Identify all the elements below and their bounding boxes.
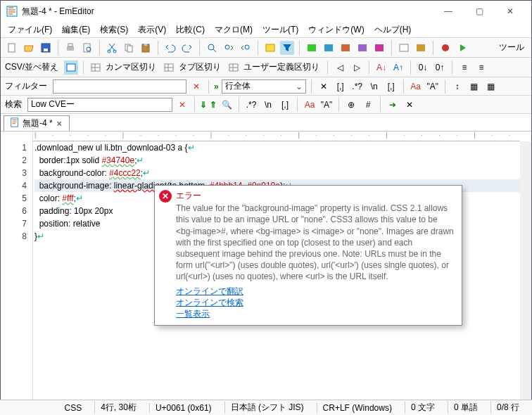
f-more1-icon[interactable]: ↕: [450, 79, 464, 94]
print-icon[interactable]: [63, 41, 77, 55]
svg-rect-18: [308, 44, 316, 51]
panel5-icon[interactable]: [372, 41, 386, 55]
f-ab-icon[interactable]: "A": [426, 79, 440, 94]
status-eol[interactable]: CR+LF (Windows): [317, 403, 398, 413]
minimize-button[interactable]: ―: [433, 1, 464, 22]
search-input[interactable]: [27, 98, 172, 112]
svg-rect-24: [417, 44, 425, 51]
svg-rect-5: [68, 44, 72, 46]
f-more2-icon[interactable]: ▦: [467, 79, 481, 94]
status-code: U+0061 (0x61): [149, 403, 217, 413]
line-number: 4: [1, 179, 27, 192]
s-replace-icon[interactable]: ➜: [386, 98, 400, 112]
menu-edit[interactable]: 編集(E): [62, 24, 90, 36]
code-area[interactable]: .download_new ul li.btn_download-03 a {↵…: [33, 132, 531, 402]
tooltip-link-list[interactable]: 一覧表示: [176, 308, 455, 319]
play-icon[interactable]: [455, 41, 469, 55]
normal-mode-icon[interactable]: [64, 60, 78, 75]
s-opt3-icon[interactable]: [,]: [278, 98, 292, 112]
search-down-icon[interactable]: ⇓: [200, 100, 207, 110]
tool-b-icon[interactable]: [414, 41, 428, 55]
tooltip-link-search[interactable]: オンラインで検索: [176, 297, 455, 308]
record-icon[interactable]: [438, 41, 452, 55]
panel4-icon[interactable]: [355, 41, 369, 55]
s-close-icon[interactable]: ✕: [403, 98, 417, 112]
redo-icon[interactable]: [180, 41, 194, 55]
filter-toggle-icon[interactable]: [280, 41, 294, 55]
maximize-button[interactable]: ▢: [464, 1, 495, 22]
svg-rect-26: [67, 64, 75, 71]
paste-icon[interactable]: [139, 41, 153, 55]
save-icon[interactable]: [39, 41, 53, 55]
menu-compare[interactable]: 比較(C): [176, 24, 205, 36]
s-count-icon[interactable]: #: [361, 98, 375, 112]
s-aa-icon[interactable]: Aa: [303, 98, 317, 112]
line-number: 6: [1, 205, 27, 217]
filter-scope-combo[interactable]: 行全体 ⌄: [222, 79, 306, 94]
svg-rect-23: [400, 44, 408, 51]
status-enc[interactable]: 日本語 (シフト JIS): [224, 402, 310, 414]
s-ab-icon[interactable]: "A": [319, 98, 334, 112]
open-icon[interactable]: [22, 41, 36, 55]
comma-label[interactable]: カンマ区切り: [106, 61, 156, 73]
find-next-icon[interactable]: [239, 41, 253, 55]
panel2-icon[interactable]: [322, 41, 336, 55]
undo-icon[interactable]: [163, 41, 177, 55]
menu-file[interactable]: ファイル(F): [8, 24, 52, 36]
f-opt5-icon[interactable]: [,]: [384, 79, 398, 94]
s-opt2-icon[interactable]: \n: [261, 98, 275, 112]
menu-help[interactable]: ヘルプ(H): [374, 24, 412, 36]
f-opt3-icon[interactable]: .*?: [350, 79, 365, 94]
f-opt2-icon[interactable]: [,]: [334, 79, 348, 94]
app-icon: [6, 6, 18, 17]
panel1-icon[interactable]: [305, 41, 319, 55]
cut-icon[interactable]: [105, 41, 119, 55]
user-label[interactable]: ユーザー定義区切り: [243, 61, 319, 73]
find-icon[interactable]: [205, 41, 219, 55]
tab-label[interactable]: タブ区切り: [179, 61, 221, 73]
menu-view[interactable]: 表示(V): [138, 24, 166, 36]
menu-window[interactable]: ウィンドウ(W): [308, 24, 364, 36]
editor[interactable]: | · · · · | · · · · | · · · · | · · · · …: [1, 132, 531, 402]
filter-clear-icon[interactable]: ✕: [189, 79, 203, 94]
tab-icon[interactable]: [162, 60, 176, 75]
tab-close-icon[interactable]: ×: [56, 119, 63, 129]
menu-macro[interactable]: マクロ(M): [215, 24, 253, 36]
filter-go-icon[interactable]: »: [214, 82, 219, 91]
sort-az-icon[interactable]: A↓: [374, 60, 388, 75]
f-opt1-icon[interactable]: ✕: [317, 79, 331, 94]
preview-icon[interactable]: [80, 41, 94, 55]
s-opt1-icon[interactable]: .*?: [244, 98, 258, 112]
align-r-icon[interactable]: ≡: [474, 60, 488, 75]
tooltip-link-translate[interactable]: オンラインで翻訳: [176, 286, 455, 297]
comma-icon[interactable]: [89, 60, 103, 75]
sort-num-desc-icon[interactable]: 0↑: [433, 60, 447, 75]
search-all-icon[interactable]: 🔍: [220, 98, 234, 112]
user-icon[interactable]: [227, 60, 241, 75]
f-opt4-icon[interactable]: \n: [367, 79, 381, 94]
scrollbar-vertical[interactable]: [520, 141, 531, 402]
s-wrap-icon[interactable]: ⊕: [344, 98, 358, 112]
tool-a-icon[interactable]: [397, 41, 411, 55]
menu-search[interactable]: 検索(S): [100, 24, 128, 36]
sort-za-icon[interactable]: A↑: [391, 60, 405, 75]
find-prev-icon[interactable]: [222, 41, 236, 55]
search-clear-icon[interactable]: ✕: [175, 98, 189, 112]
copy-icon[interactable]: [122, 41, 136, 55]
filter-input[interactable]: [53, 79, 186, 94]
document-tab[interactable]: 無題-4 * ×: [4, 115, 70, 131]
col-right-icon[interactable]: ▷: [350, 60, 364, 75]
new-icon[interactable]: [5, 41, 19, 55]
f-more3-icon[interactable]: ▦: [484, 79, 498, 94]
f-aa-icon[interactable]: Aa: [409, 79, 423, 94]
side-label[interactable]: ツール: [499, 42, 524, 53]
menu-tools[interactable]: ツール(T): [262, 24, 298, 36]
csv-sort-label[interactable]: CSV/並べ替え: [5, 61, 58, 73]
sort-num-asc-icon[interactable]: 0↓: [416, 60, 430, 75]
grep-icon[interactable]: [263, 41, 277, 55]
search-up-icon[interactable]: ⇑: [210, 100, 217, 110]
align-l-icon[interactable]: ≡: [457, 60, 471, 75]
col-left-icon[interactable]: ◁: [333, 60, 347, 75]
close-button[interactable]: ✕: [495, 1, 526, 22]
panel3-icon[interactable]: [338, 41, 353, 55]
